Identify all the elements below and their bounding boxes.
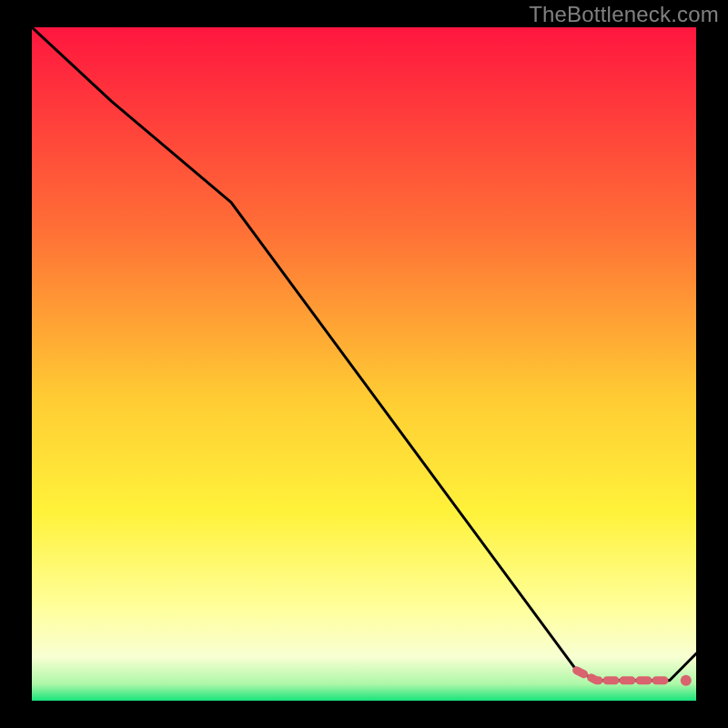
gradient-rect	[32, 27, 696, 701]
chart-svg	[32, 27, 696, 701]
marker-end-dot	[681, 675, 692, 686]
plot-area	[32, 27, 696, 701]
chart-frame: TheBottleneck.com	[0, 0, 728, 728]
watermark-text: TheBottleneck.com	[529, 2, 719, 27]
